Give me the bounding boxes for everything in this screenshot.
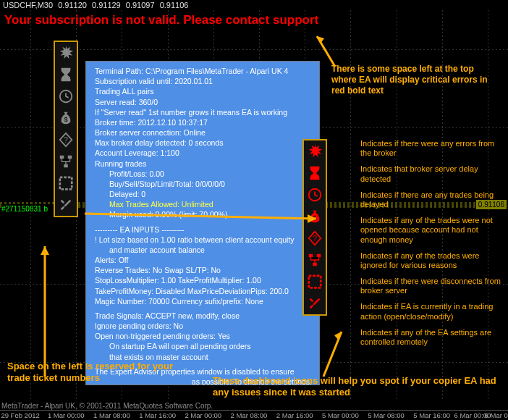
- xtick: 5 Mar 00:00: [322, 411, 359, 419]
- burst-icon: [306, 143, 323, 160]
- legend-item: Indicates if any of the EA settings are …: [360, 328, 502, 347]
- info-maxtrades: Max Trades Allowed: Unlimited: [109, 199, 312, 209]
- info-sub: Subscription valid until: 2020.01.01: [95, 76, 312, 86]
- info-bs: Buy/Sell/Stop/Limit/Total: 0/0/0/0/0: [109, 179, 312, 189]
- network-icon: [306, 251, 323, 269]
- svg-rect-10: [309, 254, 313, 258]
- chart-title: USDCHF,M30 0.91120 0.91129 0.91097 0.911…: [3, 1, 191, 9]
- xtick: 2 Mar 16:00: [276, 411, 313, 419]
- info-open: Open non-triggered pending orders: Yes: [95, 331, 312, 341]
- diamond-icon: ?: [306, 230, 323, 247]
- legend-bottom-left: Space on the left is reserved for your t…: [7, 361, 188, 385]
- xtick: 2 Mar 00:00: [185, 411, 221, 419]
- legend-list: Indicates if there were any errors from …: [360, 139, 502, 353]
- diamond-icon: ?: [57, 131, 75, 148]
- info-termpath: Terminal Path: C:\Program Files\MetaTrad…: [95, 66, 312, 76]
- info-srvread: Server read: 360/0: [95, 97, 312, 107]
- dashboard-panel-right: $ ?: [302, 139, 327, 316]
- xtick: 2 Mar 08:00: [231, 411, 268, 419]
- info-open2: On startup EA will open all pending orde…: [109, 341, 312, 351]
- dashboard-panel-left: $ ?: [54, 41, 78, 217]
- svg-rect-13: [309, 276, 321, 288]
- burst-icon: [57, 44, 75, 62]
- xtick: 5 Mar 16:00: [413, 411, 450, 419]
- trade-ticket-number: #271150831 b: [1, 204, 54, 213]
- svg-rect-5: [64, 164, 68, 168]
- info-running: Running trades: [95, 159, 312, 169]
- svg-text:?: ?: [64, 136, 68, 144]
- network-icon: [57, 153, 75, 170]
- xtick: 1 Mar 00:00: [48, 411, 85, 419]
- info-lot2: and master account balance: [109, 245, 312, 255]
- svg-text:?: ?: [313, 235, 317, 243]
- info-delayed: Delayed: 0: [109, 189, 312, 199]
- info-lev: Account Leverage: 1:100: [95, 148, 312, 158]
- legend-item: Indicates if any of the trades were igno…: [360, 251, 502, 270]
- info-slm: StopLossMultiplier: 1.00 TakeProfitMulti…: [95, 275, 312, 285]
- error-banner: Your subscription is not valid. Please c…: [4, 13, 318, 28]
- legend-item: Indicates if there are any trades being …: [360, 190, 502, 209]
- info-conn: Broker server connection: Online: [95, 127, 312, 138]
- info-margin: Margin used: 0.00% (limit: 70.00%): [109, 209, 312, 219]
- info-lot1: ! Lot size based on 1.00 ratio between c…: [95, 235, 312, 245]
- legend-item: Indicates if any of the trades were not …: [360, 216, 502, 245]
- legend-item: Indicates if EA is currently in a tradin…: [360, 302, 502, 321]
- xtick: 5 Mar 08:00: [368, 411, 405, 419]
- square-icon: [306, 273, 323, 290]
- info-brokertime: Broker time: 2012.12.10 10:37:17: [95, 117, 312, 127]
- svg-rect-11: [317, 254, 321, 258]
- tools-icon: [57, 196, 75, 214]
- xtick: 6 Mar 01:00: [485, 411, 508, 419]
- moneybag-icon: $: [57, 109, 75, 127]
- info-sep: --------- EA INPUTS ---------: [95, 224, 312, 235]
- xtick: 1 Mar 16:00: [139, 411, 176, 419]
- info-sig: Trade Signals: ACCEPT new, modify, close: [95, 311, 312, 321]
- svg-rect-4: [68, 156, 72, 159]
- chart-window: USDCHF,M30 0.91120 0.91129 0.91097 0.911…: [0, 0, 508, 420]
- clock-icon: [57, 88, 75, 105]
- square-icon: [57, 175, 75, 192]
- info-magic: Magic Number: 70000 Currency sufix/prefi…: [95, 296, 312, 306]
- xtick: 29 Feb 2012: [1, 411, 39, 419]
- info-pl: Profit/Loss: 0.00: [109, 169, 312, 179]
- moneybag-icon: $: [306, 208, 323, 225]
- copyright: MetaTrader - Alpari UK, © 2001-2011 Meta…: [1, 402, 213, 410]
- hourglass-icon: [57, 66, 75, 83]
- hourglass-icon: [306, 164, 323, 182]
- svg-text:$: $: [313, 214, 316, 222]
- info-rev: Reverse Trades: No Swap SL/TP: No: [95, 265, 312, 275]
- info-pairs: Trading ALL pairs: [95, 86, 312, 96]
- legend-top: There is some space left at the top wher…: [331, 64, 501, 96]
- legend-item: Indicates that broker server delay detec…: [360, 164, 502, 183]
- info-ign: Ignore pending orders: No: [95, 321, 312, 331]
- clock-icon: [306, 186, 323, 203]
- legend-item: Indicates if there were disconnects from…: [360, 277, 502, 295]
- chart-x-axis: 29 Feb 2012 1 Mar 00:00 1 Mar 08:00 1 Ma…: [0, 410, 508, 420]
- info-srvhint: If "Server read" 1st number grows it mea…: [95, 107, 312, 117]
- legend-bottom-right: These dashboard icons will help you spot…: [213, 375, 502, 399]
- info-delay: Max broker delay detected: 0 seconds: [95, 138, 312, 148]
- info-tpm: TakeProfitMoney: Disabled MaxPriceDeviat…: [95, 286, 312, 296]
- tools-icon: [306, 295, 323, 312]
- svg-rect-6: [60, 177, 72, 190]
- svg-text:$: $: [64, 116, 67, 123]
- info-alerts: Alerts: Off: [95, 255, 312, 265]
- xtick: 1 Mar 08:00: [93, 411, 130, 419]
- legend-item: Indicates if there were any errors from …: [360, 139, 502, 158]
- ea-info-panel: Terminal Path: C:\Program Files\MetaTrad…: [85, 61, 320, 385]
- svg-rect-12: [313, 263, 317, 266]
- svg-rect-3: [60, 156, 64, 159]
